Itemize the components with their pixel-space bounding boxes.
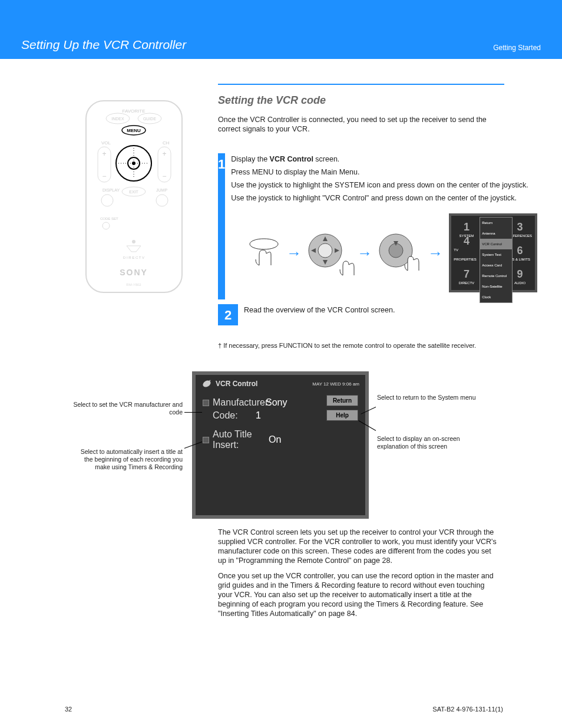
doc-reference: SAT-B2 4-976-131-11(1)	[432, 706, 503, 713]
body-text: The VCR Control screen lets you set up t…	[218, 528, 501, 624]
svg-text:D I R E C T V: D I R E C T V	[123, 256, 144, 259]
selector-icon	[203, 437, 209, 443]
svg-text:MENU: MENU	[127, 128, 141, 133]
step-2: 2 Read the overview of the VCR Control s…	[218, 304, 518, 325]
step-number: 2	[218, 304, 238, 325]
menu-button-press-icon	[247, 237, 280, 269]
callout: Select to return to the System menu	[377, 394, 489, 401]
chapter-label: Getting Started	[493, 44, 541, 52]
divider	[218, 84, 504, 85]
step-title: Read the overview of the VCR Control scr…	[244, 306, 395, 314]
steps: 1 Display the VCR Control screen. Press …	[218, 153, 518, 325]
svg-text:CH: CH	[163, 140, 170, 146]
svg-text:−: −	[102, 172, 106, 180]
svg-text:+: +	[102, 150, 106, 158]
svg-point-33	[250, 239, 278, 249]
svg-text:INDEX: INDEX	[111, 117, 124, 121]
screen-datetime: MAY 12 WED 9:06 am	[312, 381, 359, 387]
step-flow: →	[247, 213, 537, 292]
callout: Select to automatically insert a title a…	[71, 448, 183, 471]
arrow-icon: →	[286, 248, 302, 258]
step-1: 1 Display the VCR Control screen. Press …	[218, 153, 518, 299]
menu-cell: 7DIRECTV	[454, 265, 479, 288]
svg-point-22	[101, 195, 113, 206]
selector-icon	[203, 400, 209, 406]
code-row: Code: 1	[203, 410, 303, 421]
step-number: 1	[218, 153, 225, 299]
system-dropdown: Return Antenna VCR Control System Test A…	[480, 217, 513, 303]
joystick-select-icon	[308, 233, 351, 273]
page-header: Setting Up the VCR Controller Getting St…	[0, 0, 562, 59]
svg-point-29	[132, 240, 135, 243]
section-title: Setting Up the VCR Controller	[21, 38, 186, 52]
svg-point-26	[156, 195, 168, 206]
svg-text:+: +	[162, 150, 166, 158]
screen-title: VCR Control	[216, 380, 257, 388]
satellite-icon	[201, 378, 212, 389]
svg-point-28	[103, 222, 110, 229]
svg-text:CODE SET: CODE SET	[100, 217, 118, 220]
step-line: Use the joystick to highlight "VCR Contr…	[231, 193, 537, 203]
system-menu-screenshot: 1SYSTEM 2ANTENNA 3REFERENCES 4TV PROPERT…	[449, 213, 537, 292]
page-footer: 32 SAT-B2 4-976-131-11(1)	[0, 706, 562, 713]
svg-text:GUIDE: GUIDE	[143, 117, 157, 121]
svg-point-35	[318, 243, 332, 258]
auto-title-insert-row[interactable]: Auto Title Insert: On	[203, 429, 303, 450]
vcr-control-screenshot: VCR Control MAY 12 WED 9:06 am Manufactu…	[192, 371, 369, 519]
step-line: Press MENU to display the Main Menu.	[231, 167, 537, 177]
hand-icon	[403, 252, 423, 274]
callout: Select to set the VCR manufacturer and c…	[71, 401, 183, 416]
svg-text:−: −	[162, 172, 166, 180]
page-number: 32	[65, 706, 72, 713]
arrow-icon: →	[428, 248, 443, 258]
footnote: † If necessary, press FUNCTION to set th…	[218, 342, 501, 349]
help-button[interactable]: Help	[326, 410, 358, 421]
svg-text:FAVORITE: FAVORITE	[123, 108, 146, 114]
manufacturer-row[interactable]: Manufacturer: Sony	[203, 397, 303, 408]
callout-line	[184, 412, 202, 413]
step-title: Display the VCR Control screen.	[231, 155, 339, 163]
svg-text:SONY: SONY	[120, 268, 148, 277]
svg-text:DISPLAY: DISPLAY	[103, 188, 120, 192]
svg-text:RM-Y802: RM-Y802	[126, 283, 141, 286]
menu-cell: 4TV PROPERTIES	[454, 242, 479, 264]
hand-icon	[338, 255, 359, 279]
callout: Select to display an on-screen explanati…	[377, 435, 489, 450]
joystick-press-icon	[378, 233, 422, 273]
intro-paragraph: Once the VCR Controller is connected, yo…	[218, 115, 504, 134]
return-button[interactable]: Return	[326, 395, 358, 406]
subheading: Setting the VCR code	[218, 94, 326, 107]
step-line: Use the joystick to highlight the SYSTEM…	[231, 180, 537, 190]
svg-text:VOL: VOL	[101, 140, 111, 146]
svg-text:JUMP: JUMP	[156, 188, 167, 192]
remote-illustration: FAVORITE INDEX GUIDE MENU VOL CH + − + −…	[82, 97, 186, 300]
svg-text:EXIT: EXIT	[129, 190, 138, 194]
